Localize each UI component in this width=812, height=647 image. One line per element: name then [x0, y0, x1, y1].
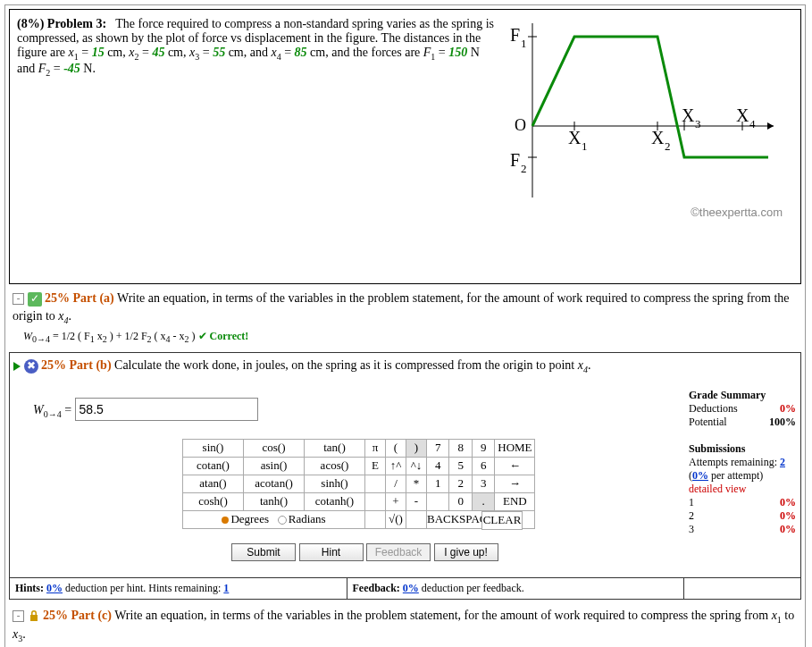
btn-9[interactable]: 9	[472, 439, 494, 457]
input-row: W0→4 =	[33, 398, 677, 421]
detailed-view-link[interactable]: detailed view	[689, 483, 746, 495]
btn-sin[interactable]: sin()	[183, 439, 244, 457]
btn-atan[interactable]: atan()	[183, 475, 244, 492]
btn-rparen[interactable]: )	[406, 439, 427, 457]
hints-bar: Hints: 0% deduction per hint. Hints rema…	[10, 577, 800, 599]
svg-text:X: X	[682, 105, 695, 125]
svg-text:O: O	[515, 116, 526, 134]
answer-input[interactable]	[75, 398, 258, 421]
btn-1[interactable]: 1	[427, 475, 449, 492]
svg-text:2: 2	[521, 162, 527, 175]
hints-remaining-link[interactable]: 1	[223, 582, 229, 594]
lock-icon	[28, 609, 40, 622]
per-attempt-link[interactable]: 0%	[692, 469, 708, 482]
collapse-icon[interactable]: -	[13, 293, 24, 305]
btn-blank	[365, 475, 386, 492]
radio-radians-icon[interactable]	[278, 516, 287, 525]
btn-cotan[interactable]: cotan()	[183, 457, 244, 475]
btn-asin[interactable]: asin()	[244, 457, 305, 475]
btn-cos[interactable]: cos()	[244, 439, 305, 457]
angle-mode[interactable]: Degrees Radians	[183, 510, 365, 528]
btn-E[interactable]: E	[365, 457, 386, 475]
btn-clear[interactable]: CLEAR	[482, 511, 523, 529]
btn-acos[interactable]: acos()	[305, 457, 365, 475]
btn-sqrt[interactable]: √()	[386, 510, 406, 528]
x-icon: ✖	[24, 359, 38, 374]
submissions-title: Submissions	[689, 442, 796, 456]
part-b-label: 25% Part (b)	[41, 358, 112, 372]
answer-area: W0→4 = sin() cos() tan() π ( ) 7 8 9 HO	[10, 380, 684, 577]
expand-icon[interactable]: -	[13, 610, 24, 622]
checkmark-icon: ✓	[28, 292, 42, 307]
action-buttons: Submit Hint Feedback I give up!	[231, 543, 677, 561]
copyright-text: ©theexpertta.com	[506, 206, 783, 219]
feedback-pct-link[interactable]: 0%	[403, 582, 419, 594]
btn-tan[interactable]: tan()	[305, 439, 365, 457]
btn-6[interactable]: 6	[472, 457, 494, 475]
part-c-header: - 25% Part (c) Write an equation, in ter…	[13, 607, 798, 646]
svg-text:F: F	[510, 150, 520, 170]
svg-text:X: X	[568, 128, 582, 147]
btn-tanh[interactable]: tanh()	[244, 492, 305, 510]
btn-5[interactable]: 5	[449, 457, 472, 475]
btn-end[interactable]: END	[495, 492, 535, 510]
btn-3[interactable]: 3	[472, 475, 494, 492]
svg-text:1: 1	[582, 139, 588, 153]
btn-2[interactable]: 2	[449, 475, 472, 492]
part-a-header: - ✓ 25% Part (a) Write an equation, in t…	[13, 290, 798, 326]
grade-title: Grade Summary	[689, 389, 796, 402]
btn-dot[interactable]: .	[472, 492, 494, 510]
btn-plus[interactable]: +	[386, 492, 406, 510]
btn-down[interactable]: ^↓	[406, 457, 427, 475]
svg-text:X: X	[651, 128, 665, 147]
btn-blank5	[406, 510, 427, 528]
btn-minus[interactable]: -	[406, 492, 427, 510]
svg-text:F: F	[510, 25, 520, 45]
btn-blank4	[365, 510, 386, 528]
btn-home[interactable]: HOME	[495, 439, 535, 457]
btn-div[interactable]: /	[386, 475, 406, 492]
submit-button[interactable]: Submit	[231, 543, 296, 561]
grade-panel: Grade Summary Deductions0% Potential100%…	[684, 380, 800, 577]
radio-degrees-icon[interactable]	[222, 517, 229, 524]
btn-blank2	[365, 492, 386, 510]
problem-label: (8%) Problem 3:	[17, 17, 106, 30]
btn-lparen[interactable]: (	[386, 439, 406, 457]
part-a-label: 25% Part (a)	[45, 291, 114, 305]
hint-button[interactable]: Hint	[299, 543, 364, 561]
btn-pi[interactable]: π	[365, 439, 386, 457]
btn-cotanh[interactable]: cotanh()	[305, 492, 365, 510]
problem-box: (8%) Problem 3: The force required to co…	[9, 9, 801, 284]
btn-7[interactable]: 7	[427, 439, 449, 457]
feedback-cell: Feedback: 0% deduction per feedback.	[347, 578, 685, 599]
btn-right[interactable]: →	[495, 475, 535, 492]
attempts-link[interactable]: 2	[780, 456, 785, 468]
play-icon[interactable]	[13, 362, 21, 371]
svg-text:X: X	[736, 105, 749, 125]
part-c-label: 25% Part (c)	[43, 609, 112, 622]
hints-cell: Hints: 0% deduction per hint. Hints rema…	[10, 578, 347, 599]
btn-8[interactable]: 8	[449, 439, 472, 457]
btn-mul[interactable]: *	[406, 475, 427, 492]
btn-left[interactable]: ←	[495, 457, 535, 475]
btn-acotan[interactable]: acotan()	[244, 475, 305, 492]
part-a-equation: W0→4 = 1/2 ( F1 x2 ) + 1/2 F2 ( x4 - x2 …	[13, 330, 798, 344]
feedback-button: Feedback	[366, 543, 431, 561]
svg-marker-2	[767, 122, 774, 130]
force-displacement-graph: F1 F2 O X1 X2 X3 X4 ©theexpertta.com	[506, 19, 783, 219]
btn-4[interactable]: 4	[427, 457, 449, 475]
svg-text:2: 2	[665, 139, 671, 153]
btn-up[interactable]: ↑^	[386, 457, 406, 475]
hints-pct-link[interactable]: 0%	[46, 582, 63, 594]
problem-text: (8%) Problem 3: The force required to co…	[17, 17, 499, 78]
grade-spacer	[684, 578, 800, 599]
btn-blank3	[427, 492, 449, 510]
btn-0[interactable]: 0	[449, 492, 472, 510]
svg-text:1: 1	[521, 37, 527, 50]
giveup-button[interactable]: I give up!	[434, 543, 498, 561]
svg-text:4: 4	[749, 117, 756, 130]
svg-text:3: 3	[695, 117, 701, 130]
part-b-container: ✖ 25% Part (b) Calculate the work done, …	[9, 352, 801, 600]
btn-cosh[interactable]: cosh()	[183, 492, 244, 510]
btn-sinh[interactable]: sinh()	[305, 475, 365, 492]
